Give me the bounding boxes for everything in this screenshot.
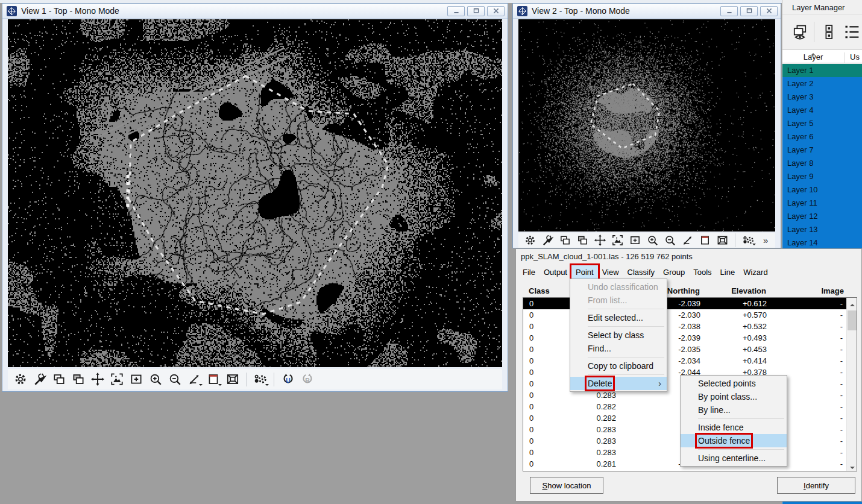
layer-states-button[interactable]: [819, 20, 838, 43]
zoom-out-button[interactable]: [661, 233, 678, 248]
view2-viewport[interactable]: [518, 19, 775, 232]
menu-item-copy-to-clipboard[interactable]: Copy to clipboard: [570, 359, 667, 373]
menu-item-by-point-class[interactable]: By point class...: [681, 390, 787, 403]
copy-view-button[interactable]: [556, 233, 573, 248]
layer-row-layer-2[interactable]: Layer 2: [782, 77, 862, 90]
update-view-button[interactable]: [69, 371, 87, 388]
layer-column-header[interactable]: Layer: [782, 52, 845, 63]
column-header-class[interactable]: Class: [523, 286, 566, 295]
copy-view-button[interactable]: [49, 371, 68, 388]
view2-titlebar[interactable]: View 2 - Top - Mono Mode: [513, 4, 781, 19]
cell-image: -: [767, 309, 846, 321]
view-groups-button[interactable]: [740, 233, 757, 248]
view-undo-button[interactable]: U: [278, 371, 297, 388]
used-column-header[interactable]: Us: [845, 52, 862, 63]
navigate-view-button[interactable]: [714, 233, 731, 248]
menu-item-inside-fence[interactable]: Inside fence: [681, 421, 787, 434]
apply-display-style-button[interactable]: [539, 233, 556, 248]
view-groups-button[interactable]: [251, 371, 269, 388]
window-area-button[interactable]: [127, 371, 145, 388]
minimize-button[interactable]: [447, 6, 465, 16]
layer-row-layer-4[interactable]: Layer 4: [782, 104, 862, 117]
minimize-button[interactable]: [720, 6, 738, 16]
update-view-button[interactable]: [574, 233, 591, 248]
zoom-in-icon: [148, 372, 163, 386]
menu-output[interactable]: Output: [540, 265, 571, 279]
menu-separator: [588, 357, 664, 358]
navigate-view-button[interactable]: [223, 371, 242, 388]
window-area-button[interactable]: [626, 233, 643, 248]
view1-point-cloud-canvas[interactable]: [8, 19, 502, 367]
cell-class: 0: [523, 344, 567, 355]
fit-view-button[interactable]: [107, 371, 126, 388]
view1-titlebar[interactable]: View 1 - Top - Mono Mode: [2, 4, 508, 19]
menu-item-using-centerline[interactable]: Using centerline...: [681, 452, 787, 465]
layer-row-layer-13[interactable]: Layer 13: [782, 223, 862, 236]
apply-display-style-button[interactable]: [30, 371, 49, 388]
menu-view[interactable]: View: [598, 265, 623, 279]
layer-list-button[interactable]: [843, 20, 862, 43]
restore-button[interactable]: [467, 6, 485, 16]
point-table-scrollbar[interactable]: [846, 298, 857, 471]
layers-display-button[interactable]: [790, 20, 809, 43]
layer-row-layer-12[interactable]: Layer 12: [782, 210, 862, 223]
menu-item-from-list: From list...: [570, 294, 667, 307]
menu-line[interactable]: Line: [716, 265, 740, 279]
menu-point[interactable]: Point: [571, 265, 598, 279]
column-header-elevation[interactable]: Elevation: [700, 286, 766, 295]
menu-wizard[interactable]: Wizard: [739, 265, 772, 279]
view-attributes-button[interactable]: [521, 233, 538, 248]
layer-manager-toolbar: [782, 14, 862, 49]
view1-viewport[interactable]: [8, 19, 502, 367]
zoom-in-button[interactable]: [146, 371, 165, 388]
menu-group[interactable]: Group: [659, 265, 689, 279]
menu-classify[interactable]: Classify: [623, 265, 659, 279]
close-button[interactable]: [487, 6, 505, 16]
svg-text:U: U: [286, 377, 290, 384]
zoom-in-button[interactable]: [644, 233, 661, 248]
menu-item-outside-fence[interactable]: Outside fence: [681, 434, 787, 447]
layer-row-layer-9[interactable]: Layer 9: [782, 170, 862, 183]
menu-separator: [588, 326, 664, 327]
view-redo-button[interactable]: R: [298, 371, 316, 388]
close-button[interactable]: [760, 6, 778, 16]
layer-row-layer-7[interactable]: Layer 7: [782, 143, 862, 157]
layer-row-layer-5[interactable]: Layer 5: [782, 117, 862, 130]
menu-tools[interactable]: Tools: [689, 265, 716, 279]
pan-view-button[interactable]: [88, 371, 107, 388]
menu-item-edit-selected[interactable]: Edit selected...: [570, 311, 667, 324]
zoom-out-button[interactable]: [165, 371, 184, 388]
layer-row-layer-11[interactable]: Layer 11: [782, 197, 862, 210]
menu-item-selected-points[interactable]: Selected points: [681, 377, 787, 390]
menu-file[interactable]: File: [518, 265, 540, 279]
cell-class: 0: [523, 332, 567, 344]
layer-row-layer-10[interactable]: Layer 10: [782, 183, 862, 197]
scrollbar-thumb[interactable]: [848, 310, 857, 330]
view2-point-cloud-canvas[interactable]: [518, 19, 775, 232]
pan-view-button[interactable]: [591, 233, 608, 248]
menu-item-find[interactable]: Find...: [570, 342, 667, 355]
restore-button[interactable]: [740, 6, 758, 16]
layer-row-layer-6[interactable]: Layer 6: [782, 130, 862, 143]
cell-class: 0: [523, 298, 567, 309]
layer-row-layer-1[interactable]: Layer 1: [782, 64, 862, 77]
identify-button[interactable]: Identify: [777, 477, 855, 494]
toolbar-overflow-button[interactable]: »: [760, 235, 772, 246]
fit-view-button[interactable]: [609, 233, 626, 248]
menu-item-by-line[interactable]: By line...: [681, 403, 787, 417]
layer-row-layer-14[interactable]: Layer 14: [782, 236, 862, 250]
scroll-down-button[interactable]: [847, 461, 857, 471]
menu-item-select-by-class[interactable]: Select by class: [570, 329, 667, 342]
layer-row-layer-3[interactable]: Layer 3: [782, 90, 862, 104]
layer-row-layer-8[interactable]: Layer 8: [782, 157, 862, 170]
view-display-mode-button[interactable]: [696, 233, 713, 248]
column-header-image[interactable]: Image: [766, 286, 857, 295]
scroll-up-button[interactable]: [847, 298, 857, 308]
menu-item-label: Undo classification: [588, 282, 658, 292]
view-display-mode-button[interactable]: [204, 371, 222, 388]
show-location-button[interactable]: Show location: [530, 477, 603, 494]
view-attributes-button[interactable]: [11, 371, 30, 388]
rotate-view-button[interactable]: [679, 233, 696, 248]
menu-item-delete[interactable]: Delete›: [570, 377, 667, 390]
rotate-view-button[interactable]: [184, 371, 203, 388]
